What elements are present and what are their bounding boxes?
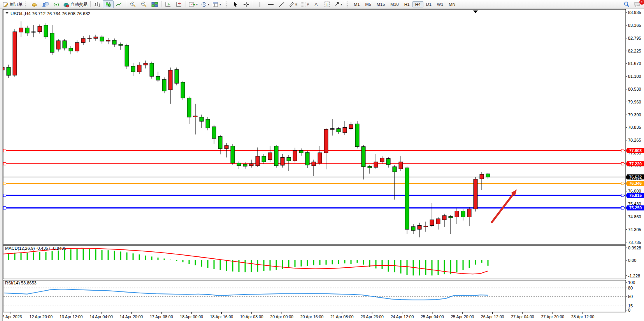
line-handle[interactable] (4, 162, 6, 165)
time-label: 13 Apr 12:00 (60, 314, 83, 319)
time-label: 24 Apr 12:00 (391, 314, 414, 319)
line-handle[interactable] (621, 149, 624, 152)
candle-body-bull (424, 226, 428, 227)
time-label: 25 Apr 04:00 (421, 314, 444, 319)
dropdown-arrow-icon: ▾ (196, 3, 198, 6)
indicators-icon (189, 2, 195, 7)
chart-title: USOil-,H4 76.712 76.764 76.608 76.632 (5, 11, 90, 16)
tf-button-M1[interactable]: M1 (351, 1, 362, 7)
price-tag-76.632: 76.632 (626, 174, 644, 179)
chart-canvas[interactable]: USOil-,H4 76.712 76.764 76.608 76.63283.… (0, 9, 644, 321)
candle-body-bear (393, 167, 397, 172)
templates-button[interactable]: ▾ (211, 0, 223, 8)
price-tick-label: 79.960 (628, 100, 641, 104)
line-handle[interactable] (4, 207, 6, 209)
cursor-tool-button[interactable] (230, 0, 241, 8)
candle (231, 144, 235, 165)
candle-body-bear (206, 119, 210, 128)
line-handle[interactable] (4, 149, 6, 152)
candlestick-mode-button[interactable] (103, 0, 114, 8)
candle-body-bull (330, 128, 334, 129)
auto-trading-button[interactable]: 自动交易 (61, 0, 89, 8)
time-label: 21 Apr 08:00 (330, 314, 354, 319)
candle-body-bear (218, 137, 222, 149)
market-watch-button[interactable] (29, 0, 40, 8)
trendline-icon (279, 2, 285, 7)
notifications-button[interactable]: 1 (632, 0, 643, 8)
tile-windows-button[interactable] (149, 0, 160, 8)
crosshair-icon (243, 2, 249, 7)
line-handle[interactable] (621, 182, 624, 185)
time-label: 17 Apr 08:00 (150, 314, 173, 319)
candle-body-bear (305, 153, 309, 165)
rsi-tick-label: 80 (628, 286, 633, 290)
price-tick-label: 74.305 (628, 227, 641, 232)
candle-body-bull (467, 209, 471, 217)
tf-button-MN[interactable]: MN (446, 1, 458, 7)
tf-button-M30[interactable]: M30 (388, 1, 401, 7)
toolbar-grip (347, 2, 350, 7)
line-handle[interactable] (621, 207, 624, 209)
zoom-out-icon (140, 1, 147, 7)
line-handle[interactable] (621, 162, 624, 165)
fibonacci-tool-button[interactable]: F (299, 0, 311, 8)
cursor-icon (233, 2, 238, 7)
search-button[interactable] (621, 0, 632, 8)
rsi-tick-label: 50 (628, 294, 633, 299)
bar-chart-mode-button[interactable] (92, 0, 103, 8)
line-handle[interactable] (4, 182, 6, 185)
arrows-tool-button[interactable]: ▾ (332, 0, 344, 8)
candle-body-bull (88, 39, 91, 39)
line-chart-mode-button[interactable] (114, 0, 125, 8)
candle-body-bull (474, 179, 477, 209)
text-label-tool-button[interactable]: T (321, 0, 332, 8)
tf-button-M5[interactable]: M5 (363, 1, 374, 7)
line-handle[interactable] (621, 194, 624, 197)
candle (305, 151, 309, 168)
time-label: 25 Apr 20:00 (451, 314, 474, 319)
equidistant-channel-tool-button[interactable]: E (287, 0, 299, 8)
new-order-button[interactable]: 新订单 (1, 0, 24, 8)
accounts-button[interactable] (40, 0, 51, 8)
tf-button-H4[interactable]: H4 (412, 1, 423, 7)
dropdown-arrow-icon: ▾ (219, 3, 221, 6)
tf-button-M15[interactable]: M15 (374, 1, 388, 7)
zoom-out-button[interactable] (138, 0, 149, 8)
vertical-line-tool-button[interactable] (254, 0, 265, 8)
text-tool-button[interactable]: A (311, 0, 321, 8)
text-label-letter: T (325, 2, 330, 7)
auto-scroll-button[interactable] (163, 0, 174, 8)
candle-body-bull (293, 151, 297, 161)
text-tool-letter: A (314, 2, 318, 7)
time-label: 12 Apr 2023 (0, 314, 22, 319)
signal-button[interactable] (51, 0, 61, 8)
toolbar-separator (161, 1, 161, 7)
time-label: 14 Apr 04:00 (89, 314, 113, 319)
indicators-button[interactable]: ▾ (187, 0, 199, 8)
zoom-in-button[interactable] (127, 0, 138, 8)
tf-button-D1[interactable]: D1 (423, 1, 434, 7)
candle-body-bear (355, 124, 359, 146)
candle-body-bear (44, 25, 48, 37)
candle-body-bull (81, 39, 85, 42)
price-tag-value: 75.259 (629, 205, 642, 210)
price-tick-label: 78.835 (628, 125, 641, 130)
tile-windows-icon (151, 2, 158, 7)
price-tag-value: 77.220 (629, 161, 642, 166)
tf-button-W1[interactable]: W1 (434, 1, 446, 7)
price-tick-label: 79.390 (628, 112, 641, 117)
candle-body-bull (13, 32, 17, 75)
price-tick-label: 83.935 (628, 10, 641, 15)
crosshair-tool-button[interactable] (241, 0, 252, 8)
tf-button-H1[interactable]: H1 (402, 1, 412, 7)
periods-button[interactable]: ▾ (199, 0, 211, 8)
candle-body-bull (137, 65, 141, 72)
price-tag-75.815: 75.815 (626, 193, 644, 198)
trendline-tool-button[interactable] (276, 0, 287, 8)
candle-body-bull (106, 40, 110, 41)
horizontal-line-tool-button[interactable] (265, 0, 276, 8)
chart-shift-button[interactable] (174, 0, 184, 8)
candle-body-bull (19, 28, 23, 32)
auto-scroll-icon (165, 2, 172, 7)
line-handle[interactable] (4, 194, 6, 197)
